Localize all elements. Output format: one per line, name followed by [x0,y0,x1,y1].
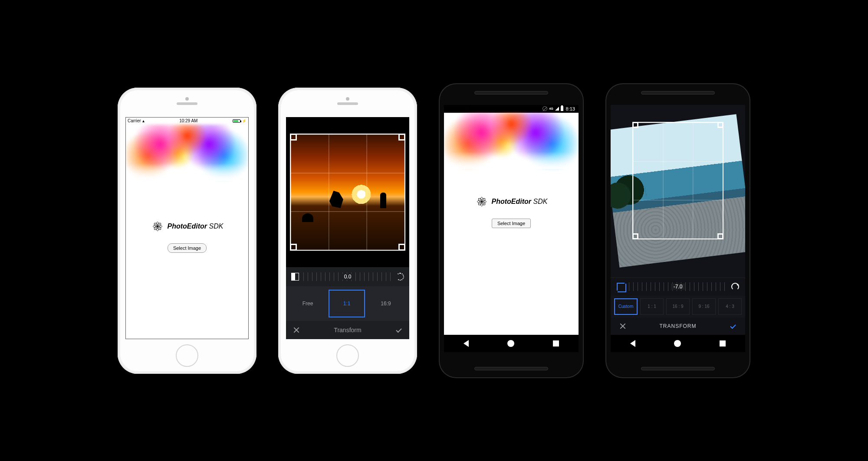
cancel-icon[interactable] [293,327,300,333]
android-frame-transform: -7.0 Custom 1 : 1 16 : 9 9 : 16 4 : 3 TR… [605,83,750,378]
iphone-frame-splash: Carrier ▴ 10:29 AM ⚡ [118,88,256,374]
wifi-icon: ▴ [142,118,145,123]
iphone-home-button[interactable] [336,344,359,367]
cancel-icon[interactable] [619,323,626,330]
android-clock: 8:13 [566,106,575,111]
iphone-frame-transform: 0.0 Free 1:1 16:9 Transform [278,88,417,374]
android-speaker-bottom [474,367,548,370]
ratio-4-3[interactable]: 4 : 3 [718,298,742,315]
bottom-toolbar: TRANSFORM [611,317,745,335]
android-recents-button[interactable] [553,340,559,347]
crop-icon[interactable] [617,283,625,291]
iphone-camera [185,97,189,101]
sdk-title: PhotoEditor SDK [492,198,548,206]
angle-dial-row: -7.0 [611,278,745,296]
angle-value: -7.0 [671,284,685,290]
flower-icon [475,195,488,208]
crop-handle-bl[interactable] [632,233,638,239]
crop-handle-br[interactable] [717,233,723,239]
ratio-custom[interactable]: Custom [614,298,638,315]
android-speaker-top [474,91,548,95]
ratio-16-9[interactable]: 16 : 9 [666,298,690,315]
battery-icon [561,106,563,111]
bottom-toolbar: Transform [286,321,409,339]
ios-status-bar: Carrier ▴ 10:29 AM ⚡ [126,118,248,124]
iphone-speaker [337,102,358,105]
crop-handle-bl[interactable] [290,244,297,251]
android-home-button[interactable] [507,340,514,347]
angle-dial-row: 0.0 [286,267,409,286]
ios-transform-screen: 0.0 Free 1:1 16:9 Transform [286,117,409,339]
android-nav-bar [444,335,579,352]
iphone-camera [346,97,349,101]
flower-icon [151,220,164,233]
confirm-icon[interactable] [730,323,736,330]
confirm-icon[interactable] [395,327,402,333]
android-back-button[interactable] [630,340,635,347]
crop-grid [291,134,405,250]
android-recents-button[interactable] [720,340,726,347]
android-splash-screen: 4G 8:13 [444,105,579,352]
splash-fade [444,152,579,169]
photo-sunset[interactable] [290,134,406,251]
android-status-bar: 4G 8:13 [444,105,579,113]
angle-value: 0.0 [342,274,354,280]
crop-handle-br[interactable] [398,244,405,251]
network-4g-label: 4G [549,107,553,110]
angle-scale[interactable]: 0.0 [303,272,392,281]
crop-handle-tl[interactable] [632,122,638,128]
android-home-button[interactable] [674,340,681,347]
crop-handle-tr[interactable] [398,134,405,141]
select-image-button[interactable]: Select Image [492,219,531,228]
iphone-speaker [177,102,197,105]
android-nav-bar [611,335,745,352]
carrier-label: Carrier [128,118,141,123]
ios-splash-screen: Carrier ▴ 10:29 AM ⚡ [125,117,249,339]
sdk-logo-block: PhotoEditor SDK [444,195,579,208]
ratio-free[interactable]: Free [290,291,325,317]
aspect-ratio-row: Custom 1 : 1 16 : 9 9 : 16 4 : 3 [611,296,745,317]
android-transform-screen: -7.0 Custom 1 : 1 16 : 9 9 : 16 4 : 3 TR… [611,105,745,352]
screen-title: TRANSFORM [660,323,697,329]
flip-icon[interactable] [291,273,299,281]
crop-canvas[interactable] [286,117,409,267]
android-speaker-bottom [641,367,715,370]
no-signal-icon [542,106,547,111]
crop-handle-tr[interactable] [717,122,723,128]
crop-frame[interactable] [632,122,724,239]
charging-icon: ⚡ [242,119,247,123]
rotate-90-icon[interactable] [731,283,739,291]
crop-handle-tl[interactable] [290,134,297,141]
select-image-button[interactable]: Select Image [168,243,207,253]
iphone-home-button[interactable] [176,344,198,367]
android-back-button[interactable] [464,340,469,347]
ratio-16-9[interactable]: 16:9 [368,291,403,317]
crop-canvas[interactable] [611,105,745,278]
angle-scale[interactable]: -7.0 [629,282,727,291]
android-speaker-top [641,91,715,95]
clock: 10:29 AM [179,118,197,123]
aspect-ratio-row: Free 1:1 16:9 [286,286,409,321]
signal-icon [555,107,559,111]
screen-title: Transform [334,327,361,333]
sdk-title: PhotoEditor SDK [168,222,224,230]
android-frame-splash: 4G 8:13 [439,83,584,378]
ratio-1-1[interactable]: 1 : 1 [640,298,664,315]
ratio-1-1[interactable]: 1:1 [329,291,364,317]
sdk-logo-block: PhotoEditor SDK [126,220,248,233]
rotate-90-icon[interactable] [396,273,404,281]
ratio-9-16[interactable]: 9 : 16 [692,298,716,315]
battery-icon [233,119,240,123]
splash-fade [126,163,248,181]
